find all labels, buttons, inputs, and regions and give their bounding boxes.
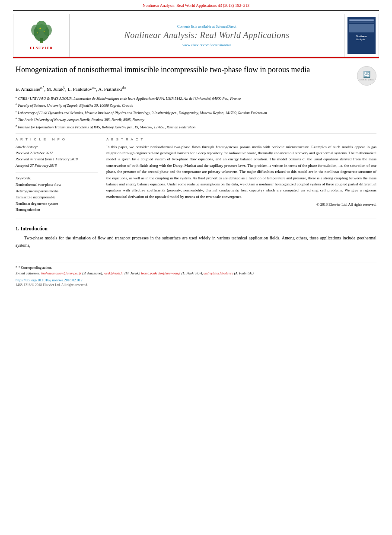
abstract-text: In this paper, we consider nonisothermal… bbox=[106, 144, 376, 200]
science-direct-text: Contents lists available at ScienceDirec… bbox=[177, 24, 236, 29]
keyword-5: Homogenization bbox=[16, 207, 98, 213]
affiliation-b: b Faculty of Science, University of Zagr… bbox=[16, 102, 376, 108]
affiliations: a CNRS / UNIV PAU & PAYS ADOUR, Laborato… bbox=[16, 95, 376, 130]
affiliation-d: d The Arctic University of Norway, campu… bbox=[16, 116, 376, 123]
svg-text:✦: ✦ bbox=[43, 30, 45, 32]
authors-line: B. Amazianea,*, M. Jurakb, L. Pankratova… bbox=[16, 86, 376, 92]
section-divider-1 bbox=[16, 134, 376, 134]
cover-title-text: NonlinearAnalysis bbox=[356, 35, 367, 42]
footer-doi[interactable]: https://doi.org/10.1016/j.nonrwa.2018.02… bbox=[16, 278, 376, 282]
elsevier-label: ELSEVIER bbox=[30, 46, 53, 50]
journal-link[interactable]: Nonlinear Analysis: Real World Applicati… bbox=[143, 3, 249, 8]
email-line: E-mail addresses: brahim.amaziane@univ-p… bbox=[16, 271, 376, 276]
article-info-heading: A R T I C L E I N F O bbox=[16, 137, 98, 141]
banner-center: Contents lists available at ScienceDirec… bbox=[70, 14, 344, 57]
received-date: Received 2 October 2017 bbox=[16, 150, 98, 156]
journal-header: Nonlinear Analysis: Real World Applicati… bbox=[0, 0, 392, 10]
svg-text:✦: ✦ bbox=[37, 32, 38, 34]
title-row: Homogenization of nonisothermal immiscib… bbox=[16, 64, 376, 86]
corresponding-author-note: * * Corresponding author. bbox=[16, 265, 376, 271]
keyword-2: Heterogeneous porous media bbox=[16, 188, 98, 194]
check-updates-icon: 🔄 bbox=[363, 71, 370, 78]
top-border bbox=[13, 10, 379, 11]
elsevier-logo: ✦ ✦ ✦ ELSEVIER bbox=[29, 21, 54, 50]
journal-url[interactable]: www.elsevier.com/locate/nonrwa bbox=[182, 43, 231, 47]
intro-paragraph: Two-phase models for the simulation of f… bbox=[16, 235, 376, 249]
section-divider-keywords bbox=[16, 172, 98, 172]
banner-left: ✦ ✦ ✦ ELSEVIER bbox=[13, 14, 70, 57]
check-updates-badge[interactable]: 🔄 Check for updates bbox=[357, 66, 376, 86]
check-updates-inner: 🔄 Check for updates bbox=[360, 71, 374, 81]
page-footer: * * Corresponding author. E-mail address… bbox=[16, 262, 376, 287]
check-updates-label: Check for updates bbox=[360, 79, 374, 81]
history-label: Article history: bbox=[16, 144, 98, 150]
banner-right: NonlinearAnalysis bbox=[344, 14, 379, 57]
section-divider-2 bbox=[16, 219, 376, 219]
journal-title-banner: Nonlinear Analysis: Real World Applicati… bbox=[124, 30, 289, 40]
email-amaziane[interactable]: brahim.amaziane@univ-pau.fr bbox=[41, 271, 82, 275]
affiliation-c: c Laboratory of Fluid Dynamics and Seism… bbox=[16, 109, 376, 116]
revised-date: Received in revised form 1 February 2018 bbox=[16, 156, 98, 162]
affiliation-a: a CNRS / UNIV PAU & PAYS ADOUR, Laborato… bbox=[16, 95, 376, 102]
keywords-heading: Keywords: bbox=[16, 176, 98, 180]
keyword-1: Nonisothermal two-phase flow bbox=[16, 182, 98, 188]
accepted-date: Accepted 27 February 2018 bbox=[16, 162, 98, 169]
page: Nonlinear Analysis: Real World Applicati… bbox=[0, 0, 392, 535]
keywords-section: Keywords: Nonisothermal two-phase flow H… bbox=[16, 176, 98, 213]
footer-issn: 1468-1218/© 2018 Elsevier Ltd. All right… bbox=[16, 283, 376, 287]
keyword-3: Immiscible incompressible bbox=[16, 194, 98, 200]
article-title: Homogenization of nonisothermal immiscib… bbox=[16, 64, 310, 75]
banner: ✦ ✦ ✦ ELSEVIER Contents lists available … bbox=[13, 14, 379, 57]
article-info-col: A R T I C L E I N F O Article history: R… bbox=[16, 137, 98, 213]
introduction-section: 1. Introduction Two-phase models for the… bbox=[16, 226, 376, 249]
journal-cover: NonlinearAnalysis bbox=[347, 17, 376, 54]
footer-note: * * Corresponding author. E-mail address… bbox=[16, 265, 376, 276]
science-direct-name[interactable]: ScienceDirect bbox=[216, 24, 236, 29]
email-pankratov[interactable]: leonid.pankratov@univ-pau.fr bbox=[141, 271, 181, 275]
svg-text:✦: ✦ bbox=[39, 27, 41, 30]
article-history: Article history: Received 2 October 2017… bbox=[16, 144, 98, 169]
abstract-col: A B S T R A C T In this paper, we consid… bbox=[106, 137, 376, 213]
keyword-4: Nonlinear degenerate system bbox=[16, 201, 98, 207]
svg-point-4 bbox=[36, 21, 47, 31]
elsevier-tree-icon: ✦ ✦ ✦ bbox=[29, 21, 54, 45]
email-piatnitski[interactable]: andrey@sci.lebedev.ru bbox=[204, 271, 233, 275]
abstract-heading: A B S T R A C T bbox=[106, 137, 376, 141]
affiliation-e: e Institute for Information Transmission… bbox=[16, 124, 376, 130]
copyright-line: © 2018 Elsevier Ltd. All rights reserved… bbox=[106, 202, 376, 207]
email-jurak[interactable]: jurak@math.hr bbox=[104, 271, 124, 275]
main-content: Homogenization of nonisothermal immiscib… bbox=[0, 58, 392, 255]
two-col-layout: A R T I C L E I N F O Article history: R… bbox=[16, 137, 376, 213]
intro-title: 1. Introduction bbox=[16, 226, 376, 231]
